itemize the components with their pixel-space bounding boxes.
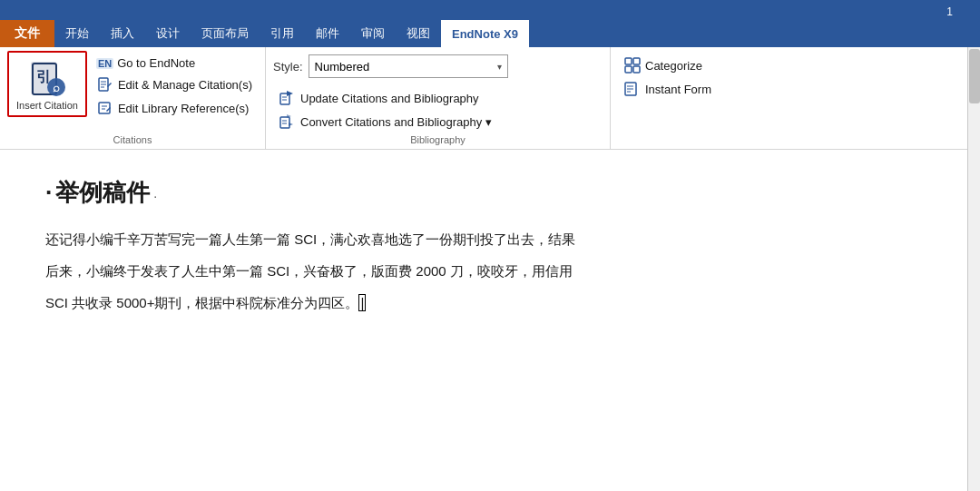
instant-format-icon xyxy=(623,80,642,98)
tab-layout[interactable]: 页面布局 xyxy=(191,20,260,47)
document-heading: · 举例稿件 . xyxy=(45,177,935,209)
tab-file[interactable]: 文件 xyxy=(0,20,54,47)
insert-citation-icon: 引 ⌕ xyxy=(25,56,69,100)
scrollbar[interactable] xyxy=(967,47,980,491)
svg-rect-20 xyxy=(625,66,632,73)
go-to-endnote-button[interactable]: EN Go to EndNote xyxy=(91,54,258,72)
convert-citations-label: Convert Citations and Bibliography ▾ xyxy=(300,115,492,129)
paragraph-3: SCI 共收录 5000+期刊，根据中科院标准分为四区。| xyxy=(45,290,935,315)
citations-group-content: 引 ⌕ Insert Citation EN Go to EndNote xyxy=(7,51,258,133)
instant-format-label: Instant Form xyxy=(645,83,711,96)
right-items: Categorize Instant Form xyxy=(618,51,717,100)
style-row: Style: Numbered ▾ xyxy=(273,51,508,82)
bibliography-group-label: Bibliography xyxy=(273,133,603,149)
svg-rect-15 xyxy=(280,117,289,128)
insert-citation-button[interactable]: 引 ⌕ Insert Citation xyxy=(7,51,87,117)
paragraph-1-text: 还记得小编千辛万苦写完一篇人生第一篇 SCI，满心欢喜地选了一份期刊投了出去，结… xyxy=(45,231,575,247)
tab-endnote[interactable]: EndNote X9 xyxy=(441,20,529,47)
edit-library-button[interactable]: Edit Library Reference(s) xyxy=(91,97,258,119)
svg-text:引: 引 xyxy=(36,69,51,84)
update-citations-label: Update Citations and Bibliography xyxy=(300,92,479,105)
insert-citation-label: Insert Citation xyxy=(16,100,78,112)
svg-rect-19 xyxy=(633,58,640,64)
document-area: · 举例稿件 . 还记得小编千辛万苦写完一篇人生第一篇 SCI，满心欢喜地选了一… xyxy=(0,150,980,340)
bibliography-group-content: Style: Numbered ▾ xyxy=(273,51,603,133)
categorize-button[interactable]: Categorize xyxy=(618,54,717,76)
go-to-endnote-label: Go to EndNote xyxy=(117,56,195,70)
citations-group-label: Citations xyxy=(7,133,258,149)
style-label: Style: xyxy=(273,60,303,74)
paragraph-3-text: SCI 共收录 5000+期刊，根据中科院标准分为四区。 xyxy=(45,295,358,310)
tab-insert[interactable]: 插入 xyxy=(100,20,145,47)
title-bar: 1 xyxy=(0,0,980,20)
right-group-content: Categorize Instant Form xyxy=(618,51,717,133)
paragraph-1: 还记得小编千辛万苦写完一篇人生第一篇 SCI，满心欢喜地选了一份期刊投了出去，结… xyxy=(45,227,935,251)
paragraph-2: 后来，小编终于发表了人生中第一篇 SCI，兴奋极了，版面费 2000 刀，咬咬牙… xyxy=(45,259,935,283)
style-dropdown[interactable]: Numbered ▾ xyxy=(309,54,508,78)
categorize-label: Categorize xyxy=(645,59,702,73)
edit-library-label: Edit Library Reference(s) xyxy=(118,102,250,115)
tab-design[interactable]: 设计 xyxy=(145,20,191,47)
update-icon xyxy=(279,89,297,107)
style-dropdown-arrow: ▾ xyxy=(497,62,502,72)
citations-group: 引 ⌕ Insert Citation EN Go to EndNote xyxy=(0,47,266,149)
edit-manage-label: Edit & Manage Citation(s) xyxy=(118,78,252,92)
paragraph-2-text: 后来，小编终于发表了人生中第一篇 SCI，兴奋极了，版面费 2000 刀，咬咬牙… xyxy=(45,263,573,279)
convert-icon xyxy=(279,113,297,131)
tab-view[interactable]: 视图 xyxy=(396,20,441,47)
tab-references[interactable]: 引用 xyxy=(260,20,305,47)
edit-library-icon xyxy=(96,99,114,117)
bib-items: Update Citations and Bibliography Conver… xyxy=(273,85,497,133)
svg-rect-21 xyxy=(633,66,640,73)
tab-review[interactable]: 审阅 xyxy=(350,20,396,47)
bibliography-group: Style: Numbered ▾ xyxy=(266,47,611,149)
tab-start[interactable]: 开始 xyxy=(54,20,100,47)
tab-mailings[interactable]: 邮件 xyxy=(305,20,350,47)
citations-items: EN Go to EndNote Edit & Manage Citation xyxy=(91,51,258,119)
instant-format-button[interactable]: Instant Form xyxy=(618,78,717,100)
page-number: 1 xyxy=(946,5,953,18)
menu-bar: 文件 开始 插入 设计 页面布局 引用 邮件 审阅 视图 EndNote X9 xyxy=(0,20,980,47)
scrollbar-thumb[interactable] xyxy=(969,49,980,103)
heading-cursor: . xyxy=(153,186,157,201)
svg-text:⌕: ⌕ xyxy=(53,81,60,94)
categorize-icon xyxy=(623,56,642,74)
text-cursor: | xyxy=(358,294,366,311)
update-citations-button[interactable]: Update Citations and Bibliography xyxy=(273,87,497,109)
svg-rect-18 xyxy=(625,58,632,64)
heading-bullet: · xyxy=(45,179,52,207)
style-dropdown-value: Numbered xyxy=(315,60,370,74)
edit-citations-icon xyxy=(96,75,114,93)
convert-citations-button[interactable]: Convert Citations and Bibliography ▾ xyxy=(273,111,497,133)
edit-manage-citations-button[interactable]: Edit & Manage Citation(s) xyxy=(91,74,258,95)
right-group-label xyxy=(618,133,717,149)
en-badge: EN xyxy=(96,58,113,69)
ribbon: 引 ⌕ Insert Citation EN Go to EndNote xyxy=(0,47,980,150)
svg-rect-9 xyxy=(99,103,110,113)
heading-text: 举例稿件 xyxy=(55,177,150,209)
right-group: Categorize Instant Form xyxy=(611,47,724,149)
